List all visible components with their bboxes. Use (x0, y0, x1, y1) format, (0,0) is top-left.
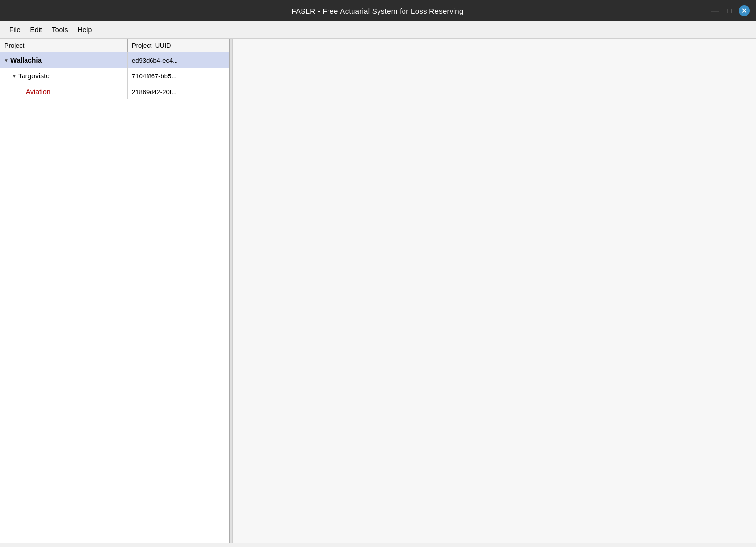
tree-row-wallachia-project: ▼ Wallachia (0, 52, 128, 68)
targoviste-uuid: 7104f867-bb5... (128, 73, 229, 80)
wallachia-uuid: ed93d6b4-ec4... (128, 57, 229, 64)
menu-file[interactable]: File (4, 24, 25, 36)
targoviste-label: Targoviste (18, 72, 50, 80)
menu-tools-label: Tools (52, 26, 68, 34)
bottom-bar (0, 543, 756, 547)
col-header-uuid: Project_UUID (128, 39, 229, 52)
tree-row-targoviste[interactable]: ▼ Targoviste 7104f867-bb5... (0, 68, 229, 84)
col-header-project: Project (0, 39, 128, 52)
right-panel (232, 39, 756, 543)
app-window: FASLR - Free Actuarial System for Loss R… (0, 0, 756, 547)
tree-row-targoviste-project: ▼ Targoviste (0, 68, 128, 84)
expand-icon-targoviste[interactable]: ▼ (10, 72, 18, 80)
aviation-label: Aviation (26, 88, 50, 96)
main-content: Project Project_UUID ▼ Wallachia ed93d6b… (0, 39, 756, 543)
close-button[interactable]: ✕ (739, 5, 750, 16)
tree-header: Project Project_UUID (0, 39, 229, 52)
menu-edit[interactable]: Edit (25, 24, 47, 36)
menu-bar: File Edit Tools Help (0, 21, 756, 39)
expand-icon-wallachia[interactable]: ▼ (2, 56, 10, 64)
tree-row-aviation-project: Aviation (0, 84, 128, 99)
menu-help[interactable]: Help (73, 24, 97, 36)
maximize-button[interactable]: □ (724, 5, 735, 16)
window-title: FASLR - Free Actuarial System for Loss R… (46, 7, 709, 15)
tree-row-wallachia[interactable]: ▼ Wallachia ed93d6b4-ec4... (0, 52, 229, 68)
wallachia-label: Wallachia (10, 56, 42, 64)
tree-row-aviation[interactable]: Aviation 21869d42-20f... (0, 84, 229, 99)
menu-edit-label: Edit (30, 26, 42, 34)
menu-file-label: File (9, 26, 21, 34)
title-bar: FASLR - Free Actuarial System for Loss R… (0, 0, 756, 21)
title-controls: — □ ✕ (709, 5, 750, 16)
menu-tools[interactable]: Tools (47, 24, 73, 36)
menu-help-label: Help (77, 26, 92, 34)
left-panel: Project Project_UUID ▼ Wallachia ed93d6b… (0, 39, 230, 543)
aviation-uuid: 21869d42-20f... (128, 88, 229, 96)
minimize-button[interactable]: — (709, 5, 720, 16)
tree-body: ▼ Wallachia ed93d6b4-ec4... ▼ Targoviste… (0, 52, 229, 543)
